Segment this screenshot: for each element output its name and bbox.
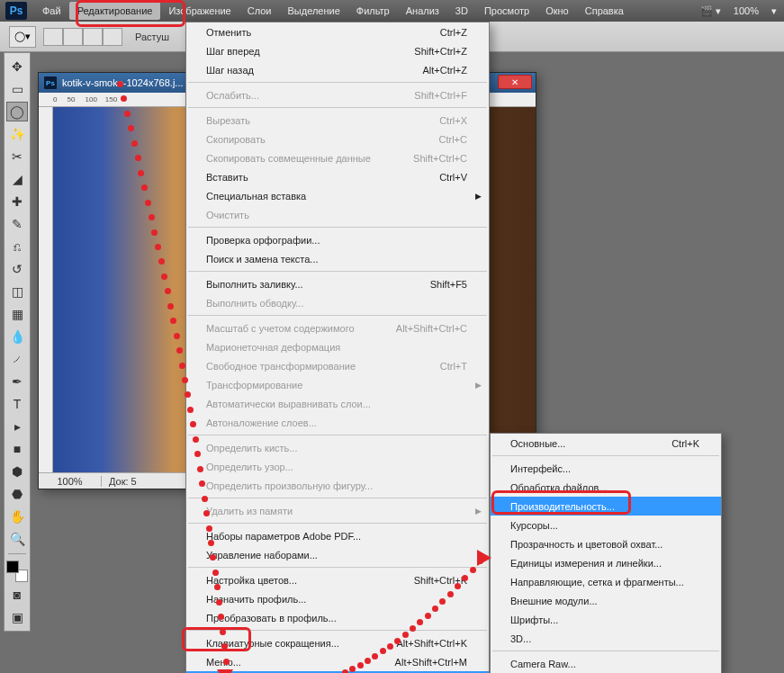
3d-tool[interactable]: ⬢ [6,462,28,481]
prefs-menu-item[interactable]: Единицы измерения и линейки... [491,553,721,572]
menu-item-label: Преобразовать в профиль... [206,613,337,624]
blur-tool[interactable]: 💧 [6,327,28,346]
zoom-level[interactable]: 100% [734,5,759,16]
current-tool-icon[interactable]: ◯▾ [9,26,36,48]
edit-menu-item[interactable]: Клавиатурные сокращения...Alt+Shift+Ctrl… [186,633,489,652]
pen-tool[interactable]: ✒ [6,372,28,391]
selection-add-button[interactable] [63,28,83,46]
menu-item-label: Camera Raw... [510,659,576,669]
selection-subtract-button[interactable] [83,28,103,46]
type-tool[interactable]: T [6,394,28,414]
menu-image[interactable]: Изображение [160,2,239,20]
menu-item-shortcut: Shift+Ctrl+Z [414,46,467,57]
edit-menu-item: Ослабить...Shift+Ctrl+F [186,85,489,104]
menu-analysis[interactable]: Анализ [398,2,447,20]
menu-item-label: Клавиатурные сокращения... [206,638,339,649]
menu-help[interactable]: Справка [577,2,632,20]
zoom-tool[interactable]: 🔍 [6,529,28,549]
edit-menu-item[interactable]: Настройка цветов...Shift+Ctrl+K [186,570,489,589]
prefs-menu-item[interactable]: Курсоры... [491,516,721,534]
document-zoom[interactable]: 100% [39,476,102,487]
menu-item-label: Свободное трансформирование [206,361,356,372]
wand-tool[interactable]: ✨ [6,124,28,144]
prefs-menu-item[interactable]: Шрифты... [491,610,721,629]
edit-menu-item: Автоматически выравнивать слои... [186,394,489,413]
shape-tool[interactable]: ■ [6,439,28,459]
menu-filter[interactable]: Фильтр [348,2,398,20]
color-swatches[interactable] [6,561,28,582]
menu-file[interactable]: Фай [34,2,69,20]
edit-menu-item[interactable]: Шаг назадAlt+Ctrl+Z [186,60,489,79]
edit-menu-item[interactable]: ОтменитьCtrl+Z [186,22,489,41]
edit-menu-item[interactable]: Выполнить заливку...Shift+F5 [186,274,489,293]
prefs-menu-item[interactable]: Camera Raw... [491,654,721,673]
gradient-tool[interactable]: ▦ [6,304,28,324]
close-button[interactable]: ✕ [498,75,532,89]
prefs-menu-item[interactable]: Направляющие, сетка и фрагменты... [491,572,721,591]
crop-tool[interactable]: ✂ [6,147,28,166]
submenu-arrow-icon: ▶ [475,192,482,201]
workspace-switcher-icon[interactable]: 🎬 ▾ [700,5,721,17]
hand-tool[interactable]: ✋ [6,507,28,526]
edit-menu-item: Скопировать совмещенные данныеShift+Ctrl… [186,148,489,167]
document-icon: Ps [44,76,57,89]
prefs-menu-item[interactable]: Внешние модули... [491,591,721,610]
menu-item-label: 3D... [510,633,531,644]
menu-item-label: Прозрачность и цветовой охват... [510,539,662,550]
3d-camera-tool[interactable]: ⬣ [6,484,28,504]
menu-edit[interactable]: Редактирование [69,2,161,20]
edit-menu-item: Масштаб с учетом содержимогоAlt+Shift+Ct… [186,319,489,337]
prefs-menu-item[interactable]: Основные...Ctrl+K [491,434,721,453]
menu-item-shortcut: Shift+Ctrl+F [414,90,467,101]
menu-item-label: Очистить [206,210,249,220]
menu-item-label: Управление наборами... [206,550,318,561]
toolbox: ✥ ▭ ◯ ✨ ✂ ◢ ✚ ✎ ⎌ ↺ ◫ ▦ 💧 ⟋ ✒ T ▸ ■ ⬢ ⬣ … [4,52,31,632]
eyedropper-tool[interactable]: ◢ [6,169,28,189]
lasso-tool[interactable]: ◯ [6,102,28,121]
edit-menu-item[interactable]: Проверка орфографии... [186,230,489,249]
edit-menu-item: ВырезатьCtrl+X [186,111,489,130]
menu-select[interactable]: Выделение [279,2,347,20]
document-info[interactable]: Док: 5 [102,476,137,487]
edit-menu-item[interactable]: ВставитьCtrl+V [186,167,489,186]
prefs-menu-item[interactable]: 3D... [491,629,721,648]
menu-item-shortcut: Alt+Shift+Ctrl+C [396,323,467,334]
menu-item-label: Обработка файлов... [510,482,608,493]
prefs-menu-item[interactable]: Обработка файлов... [491,478,721,497]
history-brush-tool[interactable]: ↺ [6,259,28,279]
prefs-menu-item[interactable]: Прозрачность и цветовой охват... [491,534,721,553]
menu-layers[interactable]: Слои [239,2,280,20]
menu-item-label: Скопировать совмещенные данные [206,153,371,164]
move-tool[interactable]: ✥ [6,57,28,76]
edit-menu-item[interactable]: Управление наборами... [186,545,489,564]
menu-3d[interactable]: 3D [447,2,476,20]
edit-menu-item[interactable]: Меню...Alt+Shift+Ctrl+M [186,652,489,671]
edit-menu-item[interactable]: Наборы параметров Adobe PDF... [186,526,489,545]
brush-tool[interactable]: ✎ [6,214,28,234]
menu-item-label: Скопировать [206,134,266,145]
menu-window[interactable]: Окно [537,2,577,20]
zoom-dropdown-icon[interactable]: ▾ [771,5,777,17]
path-tool[interactable]: ▸ [6,417,28,436]
prefs-menu-item[interactable]: Интерфейс... [491,459,721,478]
eraser-tool[interactable]: ◫ [6,282,28,301]
edit-menu-item[interactable]: Шаг впередShift+Ctrl+Z [186,41,489,60]
marquee-tool[interactable]: ▭ [6,79,28,99]
edit-menu-item[interactable]: Преобразовать в профиль... [186,608,489,627]
edit-menu-item[interactable]: Поиск и замена текста... [186,249,489,268]
screenmode-tool[interactable]: ▣ [6,607,28,627]
foreground-color-swatch[interactable] [6,561,19,573]
menu-view[interactable]: Просмотр [476,2,537,20]
selection-intersect-button[interactable] [103,28,122,46]
dodge-tool[interactable]: ⟋ [6,349,28,369]
menu-item-shortcut: Ctrl+Z [440,27,467,38]
edit-menu-item[interactable]: Назначить профиль... [186,589,489,608]
menu-item-label: Назначить профиль... [206,594,306,605]
heal-tool[interactable]: ✚ [6,192,28,211]
quickmask-tool[interactable]: ◙ [6,585,28,605]
edit-menu-item[interactable]: Специальная вставка▶ [186,186,489,205]
prefs-menu-item[interactable]: Производительность... [491,497,721,516]
selection-new-button[interactable] [43,28,63,46]
menu-item-shortcut: Ctrl+V [439,172,467,183]
stamp-tool[interactable]: ⎌ [6,237,28,256]
